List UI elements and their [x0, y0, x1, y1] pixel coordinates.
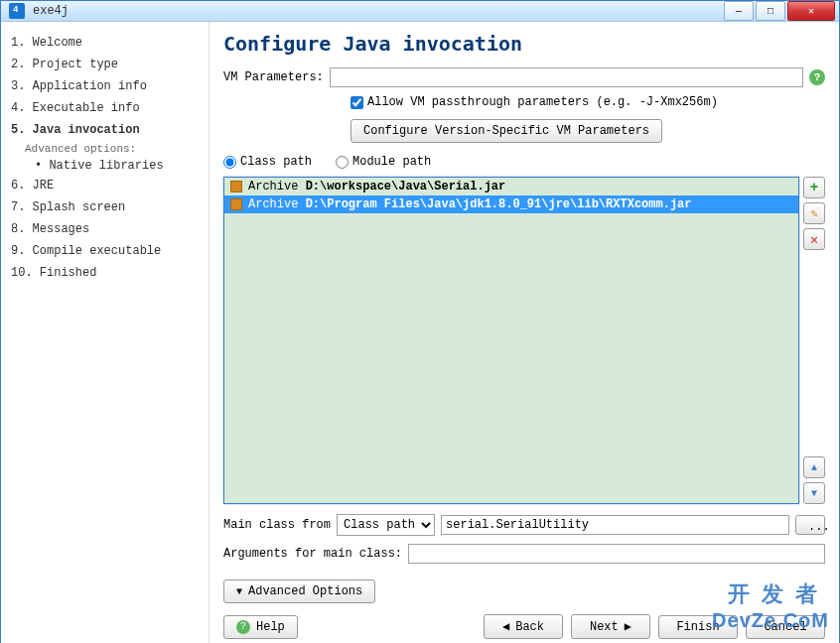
passthrough-label: Allow VM passthrough parameters (e.g. -J… [367, 95, 718, 109]
close-button[interactable]: ✕ [787, 1, 835, 21]
question-icon: ? [236, 620, 250, 634]
classpath-list[interactable]: Archive D:\workspace\Java\Serial.jar Arc… [223, 177, 799, 504]
app-window: exe4j — □ ✕ exe4j 1. Welcome 2. Project … [0, 0, 840, 643]
sidebar-item-compile-executable[interactable]: 9. Compile executable [7, 240, 203, 262]
main-class-input[interactable] [441, 515, 789, 535]
vm-params-row: VM Parameters: ? [223, 67, 825, 87]
list-item[interactable]: Archive D:\workspace\Java\Serial.jar [224, 178, 798, 195]
titlebar: exe4j — □ ✕ [1, 1, 839, 22]
archive-icon [230, 181, 242, 193]
main-class-row: Main class from Class path ... [223, 514, 825, 536]
move-up-button[interactable] [803, 456, 825, 478]
sidebar-item-messages[interactable]: 8. Messages [7, 218, 203, 240]
sidebar-item-application-info[interactable]: 3. Application info [7, 75, 203, 97]
arrow-left-icon: ◀ [502, 619, 509, 634]
help-button[interactable]: ? Help [223, 615, 298, 639]
classpath-radio-group[interactable]: Class path [223, 155, 312, 169]
window-title: exe4j [33, 4, 724, 18]
modulepath-radio[interactable] [336, 156, 349, 169]
modulepath-radio-group[interactable]: Module path [336, 155, 431, 169]
minimize-button[interactable]: — [724, 1, 754, 21]
sidebar-item-jre[interactable]: 6. JRE [7, 175, 203, 196]
arrow-right-icon: ▶ [625, 619, 631, 634]
maximize-button[interactable]: □ [756, 1, 785, 21]
sidebar: exe4j 1. Welcome 2. Project type 3. Appl… [1, 22, 210, 643]
classpath-area: Archive D:\workspace\Java\Serial.jar Arc… [223, 177, 825, 504]
path-mode-row: Class path Module path [223, 155, 825, 169]
passthrough-row: Allow VM passthrough parameters (e.g. -J… [350, 95, 825, 109]
sidebar-advanced-label: Advanced options: [7, 141, 203, 157]
move-down-button[interactable] [803, 482, 825, 504]
sidebar-item-splash-screen[interactable]: 7. Splash screen [7, 196, 203, 218]
advanced-options-button[interactable]: ▼ Advanced Options [223, 579, 375, 603]
sidebar-item-project-type[interactable]: 2. Project type [7, 54, 203, 75]
add-entry-button[interactable]: + [803, 177, 825, 198]
page-title: Configure Java invocation [223, 32, 825, 56]
list-item[interactable]: Archive D:\Program Files\Java\jdk1.8.0_9… [224, 195, 798, 213]
passthrough-checkbox[interactable] [350, 96, 363, 109]
main-class-from-select[interactable]: Class path [337, 514, 435, 536]
content-area: exe4j 1. Welcome 2. Project type 3. Appl… [1, 22, 839, 643]
main-class-from-label: Main class from [223, 518, 331, 532]
vm-params-label: VM Parameters: [223, 70, 324, 84]
next-button[interactable]: Next ▶ [571, 614, 650, 639]
sidebar-item-executable-info[interactable]: 4. Executable info [7, 97, 203, 119]
sidebar-item-welcome[interactable]: 1. Welcome [7, 32, 203, 54]
classpath-radio[interactable] [223, 156, 236, 169]
config-version-row: Configure Version-Specific VM Parameters [350, 119, 825, 143]
back-button[interactable]: ◀ Back [484, 614, 563, 639]
browse-main-class-button[interactable]: ... [795, 515, 825, 535]
arguments-label: Arguments for main class: [223, 547, 402, 561]
arguments-input[interactable] [408, 544, 825, 564]
help-icon[interactable]: ? [809, 69, 825, 85]
app-icon [9, 3, 25, 19]
remove-entry-button[interactable]: ✕ [803, 228, 825, 250]
vm-params-input[interactable] [330, 67, 803, 87]
config-version-button[interactable]: Configure Version-Specific VM Parameters [350, 119, 662, 143]
footer: ? Help ◀ Back Next ▶ Finish Cancel [223, 603, 825, 639]
chevron-down-icon: ▼ [236, 586, 242, 597]
main-panel: Configure Java invocation VM Parameters:… [210, 22, 839, 643]
cancel-button[interactable]: Cancel [746, 615, 825, 639]
sidebar-item-java-invocation[interactable]: 5. Java invocation [7, 119, 203, 141]
finish-button[interactable]: Finish [658, 615, 738, 639]
window-controls: — □ ✕ [724, 1, 835, 21]
classpath-buttons: + ✕ [803, 177, 825, 504]
archive-icon [230, 198, 242, 210]
advanced-options-row: ▼ Advanced Options [223, 572, 825, 603]
arguments-row: Arguments for main class: [223, 544, 825, 564]
edit-entry-button[interactable] [803, 202, 825, 224]
sidebar-item-finished[interactable]: 10. Finished [7, 262, 203, 284]
sidebar-item-native-libraries[interactable]: • Native libraries [7, 157, 203, 175]
